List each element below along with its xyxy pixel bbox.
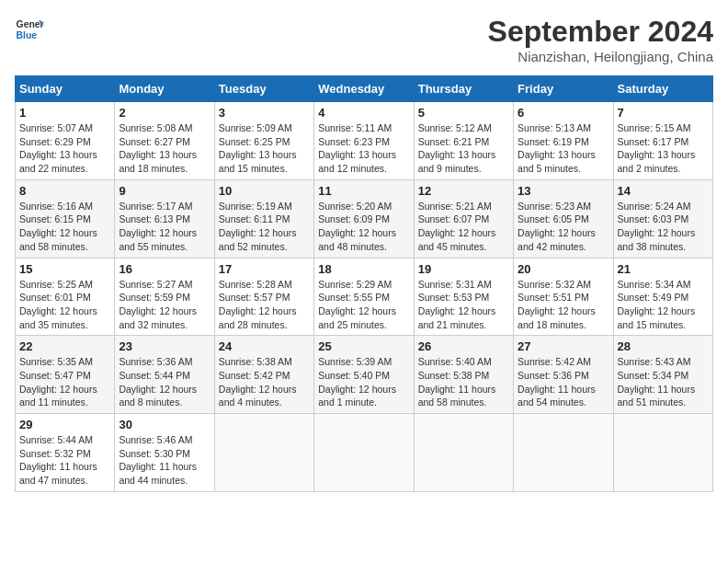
calendar-cell-24: 25Sunrise: 5:39 AM Sunset: 5:40 PM Dayli… (314, 336, 414, 414)
day-info: Sunrise: 5:24 AM Sunset: 6:03 PM Dayligh… (618, 200, 709, 254)
day-number: 28 (618, 339, 709, 353)
day-info: Sunrise: 5:08 AM Sunset: 6:27 PM Dayligh… (119, 121, 210, 176)
day-info: Sunrise: 5:31 AM Sunset: 5:53 PM Dayligh… (418, 278, 509, 332)
day-number: 20 (518, 262, 609, 276)
calendar-cell-25: 26Sunrise: 5:40 AM Sunset: 5:38 PM Dayli… (414, 336, 513, 414)
day-number: 8 (19, 184, 110, 198)
day-number: 7 (618, 106, 709, 120)
page-header: General Blue September 2024 Nianzishan, … (15, 15, 713, 64)
day-info: Sunrise: 5:23 AM Sunset: 6:05 PM Dayligh… (518, 200, 609, 254)
day-info: Sunrise: 5:34 AM Sunset: 5:49 PM Dayligh… (618, 278, 709, 332)
calendar-cell-15: 16Sunrise: 5:27 AM Sunset: 5:59 PM Dayli… (115, 258, 214, 336)
calendar-cell-30 (214, 414, 313, 492)
calendar-cell-2: 3Sunrise: 5:09 AM Sunset: 6:25 PM Daylig… (214, 102, 313, 180)
day-number: 18 (318, 262, 409, 276)
day-info: Sunrise: 5:42 AM Sunset: 5:36 PM Dayligh… (518, 355, 609, 409)
weekday-header-thursday: Thursday (414, 76, 513, 102)
calendar-cell-28: 29Sunrise: 5:44 AM Sunset: 5:32 PM Dayli… (16, 414, 115, 492)
day-info: Sunrise: 5:44 AM Sunset: 5:32 PM Dayligh… (19, 433, 110, 488)
calendar-cell-17: 18Sunrise: 5:29 AM Sunset: 5:55 PM Dayli… (314, 258, 414, 336)
weekday-header-friday: Friday (514, 76, 613, 102)
day-info: Sunrise: 5:46 AM Sunset: 5:30 PM Dayligh… (119, 433, 210, 488)
day-info: Sunrise: 5:07 AM Sunset: 6:29 PM Dayligh… (19, 121, 110, 176)
day-number: 24 (219, 339, 310, 353)
calendar-cell-14: 15Sunrise: 5:25 AM Sunset: 6:01 PM Dayli… (16, 258, 115, 336)
calendar-cell-12: 13Sunrise: 5:23 AM Sunset: 6:05 PM Dayli… (514, 179, 613, 258)
day-info: Sunrise: 5:21 AM Sunset: 6:07 PM Dayligh… (418, 200, 509, 254)
calendar-cell-1: 2Sunrise: 5:08 AM Sunset: 6:27 PM Daylig… (115, 102, 214, 180)
day-info: Sunrise: 5:12 AM Sunset: 6:21 PM Dayligh… (418, 121, 509, 176)
calendar-cell-4: 5Sunrise: 5:12 AM Sunset: 6:21 PM Daylig… (414, 102, 513, 180)
day-number: 1 (19, 106, 110, 120)
day-number: 29 (19, 418, 110, 431)
weekday-header-monday: Monday (115, 76, 214, 102)
calendar-cell-18: 19Sunrise: 5:31 AM Sunset: 5:53 PM Dayli… (414, 258, 513, 336)
day-info: Sunrise: 5:38 AM Sunset: 5:42 PM Dayligh… (219, 355, 310, 409)
day-info: Sunrise: 5:16 AM Sunset: 6:15 PM Dayligh… (19, 200, 110, 254)
calendar-cell-9: 10Sunrise: 5:19 AM Sunset: 6:11 PM Dayli… (214, 179, 313, 258)
day-info: Sunrise: 5:36 AM Sunset: 5:44 PM Dayligh… (119, 355, 210, 409)
day-info: Sunrise: 5:35 AM Sunset: 5:47 PM Dayligh… (19, 355, 110, 409)
day-number: 15 (19, 262, 110, 276)
calendar-week-0: 1Sunrise: 5:07 AM Sunset: 6:29 PM Daylig… (16, 102, 713, 180)
weekday-header-tuesday: Tuesday (214, 76, 313, 102)
location-title: Nianzishan, Heilongjiang, China (488, 49, 713, 64)
month-title: September 2024 (488, 15, 713, 49)
calendar-cell-5: 6Sunrise: 5:13 AM Sunset: 6:19 PM Daylig… (514, 102, 613, 180)
weekday-header-sunday: Sunday (16, 76, 115, 102)
day-info: Sunrise: 5:15 AM Sunset: 6:17 PM Dayligh… (618, 121, 709, 176)
calendar-cell-32 (414, 414, 513, 492)
calendar-cell-33 (514, 414, 613, 492)
day-info: Sunrise: 5:09 AM Sunset: 6:25 PM Dayligh… (219, 121, 310, 176)
calendar-cell-6: 7Sunrise: 5:15 AM Sunset: 6:17 PM Daylig… (613, 102, 712, 180)
day-number: 17 (219, 262, 310, 276)
day-number: 11 (318, 184, 409, 198)
calendar-cell-3: 4Sunrise: 5:11 AM Sunset: 6:23 PM Daylig… (314, 102, 414, 180)
day-info: Sunrise: 5:39 AM Sunset: 5:40 PM Dayligh… (318, 355, 409, 409)
day-number: 12 (418, 184, 509, 198)
day-number: 27 (518, 339, 609, 353)
day-info: Sunrise: 5:11 AM Sunset: 6:23 PM Dayligh… (318, 121, 409, 176)
weekday-header-saturday: Saturday (613, 76, 712, 102)
day-number: 19 (418, 262, 509, 276)
day-number: 4 (318, 106, 409, 120)
day-number: 3 (219, 106, 310, 120)
day-info: Sunrise: 5:17 AM Sunset: 6:13 PM Dayligh… (119, 200, 210, 254)
day-number: 25 (318, 339, 409, 353)
calendar-cell-7: 8Sunrise: 5:16 AM Sunset: 6:15 PM Daylig… (16, 179, 115, 258)
day-info: Sunrise: 5:25 AM Sunset: 6:01 PM Dayligh… (19, 278, 110, 332)
calendar-cell-27: 28Sunrise: 5:43 AM Sunset: 5:34 PM Dayli… (613, 336, 712, 414)
day-number: 16 (119, 262, 210, 276)
day-number: 6 (518, 106, 609, 120)
day-info: Sunrise: 5:28 AM Sunset: 5:57 PM Dayligh… (219, 278, 310, 332)
day-number: 30 (119, 418, 210, 431)
day-number: 22 (19, 339, 110, 353)
day-info: Sunrise: 5:43 AM Sunset: 5:34 PM Dayligh… (618, 355, 709, 409)
calendar-week-1: 8Sunrise: 5:16 AM Sunset: 6:15 PM Daylig… (16, 179, 713, 258)
title-area: September 2024 Nianzishan, Heilongjiang,… (488, 15, 713, 64)
calendar-cell-10: 11Sunrise: 5:20 AM Sunset: 6:09 PM Dayli… (314, 179, 414, 258)
calendar-cell-23: 24Sunrise: 5:38 AM Sunset: 5:42 PM Dayli… (214, 336, 313, 414)
day-info: Sunrise: 5:19 AM Sunset: 6:11 PM Dayligh… (219, 200, 310, 254)
calendar-cell-11: 12Sunrise: 5:21 AM Sunset: 6:07 PM Dayli… (414, 179, 513, 258)
logo: General Blue (15, 15, 44, 44)
calendar-cell-34 (613, 414, 712, 492)
calendar-cell-29: 30Sunrise: 5:46 AM Sunset: 5:30 PM Dayli… (115, 414, 214, 492)
day-info: Sunrise: 5:40 AM Sunset: 5:38 PM Dayligh… (418, 355, 509, 409)
calendar-cell-21: 22Sunrise: 5:35 AM Sunset: 5:47 PM Dayli… (16, 336, 115, 414)
day-info: Sunrise: 5:27 AM Sunset: 5:59 PM Dayligh… (119, 278, 210, 332)
calendar-cell-8: 9Sunrise: 5:17 AM Sunset: 6:13 PM Daylig… (115, 179, 214, 258)
header-row: SundayMondayTuesdayWednesdayThursdayFrid… (16, 76, 713, 102)
logo-icon: General Blue (15, 15, 44, 44)
calendar-week-4: 29Sunrise: 5:44 AM Sunset: 5:32 PM Dayli… (16, 414, 713, 492)
calendar-cell-26: 27Sunrise: 5:42 AM Sunset: 5:36 PM Dayli… (514, 336, 613, 414)
calendar-cell-0: 1Sunrise: 5:07 AM Sunset: 6:29 PM Daylig… (16, 102, 115, 180)
calendar-cell-22: 23Sunrise: 5:36 AM Sunset: 5:44 PM Dayli… (115, 336, 214, 414)
day-number: 5 (418, 106, 509, 120)
calendar-cell-31 (314, 414, 414, 492)
day-number: 26 (418, 339, 509, 353)
calendar-week-2: 15Sunrise: 5:25 AM Sunset: 6:01 PM Dayli… (16, 258, 713, 336)
day-number: 9 (119, 184, 210, 198)
day-info: Sunrise: 5:32 AM Sunset: 5:51 PM Dayligh… (518, 278, 609, 332)
weekday-header-wednesday: Wednesday (314, 76, 414, 102)
